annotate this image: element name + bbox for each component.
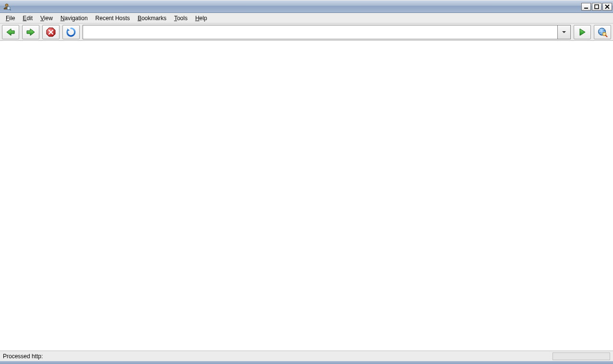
menu-tools-label: Tools bbox=[174, 15, 188, 22]
menu-help[interactable]: Help bbox=[192, 13, 211, 23]
close-button[interactable] bbox=[602, 3, 612, 11]
menu-recent-hosts-label: Recent Hosts bbox=[96, 15, 130, 22]
address-bar bbox=[83, 25, 571, 39]
status-text: Processed http: bbox=[3, 353, 553, 360]
minimize-button[interactable] bbox=[581, 3, 591, 11]
window-frame-bottom bbox=[0, 361, 613, 364]
forward-button[interactable] bbox=[22, 25, 39, 39]
toolbar bbox=[0, 23, 613, 41]
svg-line-8 bbox=[606, 35, 607, 36]
address-dropdown-button[interactable] bbox=[557, 25, 571, 39]
menu-navigation[interactable]: Navigation bbox=[57, 13, 92, 23]
menu-file[interactable]: File bbox=[2, 13, 19, 23]
svg-rect-4 bbox=[595, 5, 599, 9]
menu-bar: File Edit View Navigation Recent Hosts B… bbox=[0, 13, 613, 23]
app-icon bbox=[2, 2, 12, 12]
search-web-button[interactable] bbox=[594, 25, 611, 39]
menu-bookmarks-label: Bookmarks bbox=[138, 15, 167, 22]
status-bar: Processed http: bbox=[0, 351, 613, 361]
status-progress-cell bbox=[553, 352, 610, 360]
menu-view-label: View bbox=[40, 15, 53, 22]
menu-bookmarks[interactable]: Bookmarks bbox=[134, 13, 170, 23]
svg-rect-3 bbox=[584, 8, 588, 9]
maximize-button[interactable] bbox=[592, 3, 601, 11]
reload-button[interactable] bbox=[62, 25, 80, 39]
address-input[interactable] bbox=[83, 25, 557, 39]
title-bar bbox=[0, 0, 613, 13]
menu-edit-label: Edit bbox=[23, 15, 33, 22]
svg-point-0 bbox=[5, 4, 8, 7]
chevron-down-icon bbox=[562, 30, 566, 35]
menu-help-label: Help bbox=[195, 15, 207, 22]
stop-button[interactable] bbox=[42, 25, 60, 39]
back-button[interactable] bbox=[2, 25, 19, 39]
menu-navigation-label: Navigation bbox=[60, 15, 88, 22]
menu-view[interactable]: View bbox=[36, 13, 57, 23]
menu-tools[interactable]: Tools bbox=[170, 13, 192, 23]
svg-line-2 bbox=[10, 9, 11, 11]
go-button[interactable] bbox=[574, 25, 591, 39]
menu-edit[interactable]: Edit bbox=[19, 13, 36, 23]
menu-file-label: File bbox=[6, 15, 15, 22]
content-viewport[interactable] bbox=[0, 41, 613, 351]
menu-recent-hosts[interactable]: Recent Hosts bbox=[92, 13, 134, 23]
